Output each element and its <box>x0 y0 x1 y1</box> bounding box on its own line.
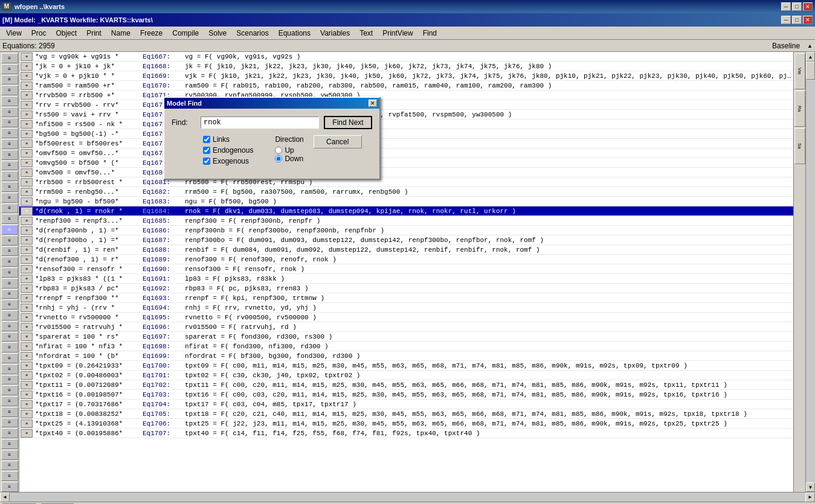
sidebar-icon-21[interactable]: ≡ <box>1 267 18 278</box>
model-restore-button[interactable]: □ <box>792 16 802 24</box>
model-find-dialog[interactable]: Model Find ✕ Find: Find Next Links <box>163 97 381 180</box>
table-row[interactable]: ≡*tpxt16 = (0.00198507*Eq1703:tpxt16 = F… <box>19 390 793 400</box>
menu-name[interactable]: Name <box>106 27 135 39</box>
table-row[interactable]: ≡*tpxt25 = (4.13910368*Eq1706:tpxt25 = F… <box>19 419 793 429</box>
table-row[interactable]: ≡*rvnetto = rv500000 *Eq1695:rvnetto = F… <box>19 313 793 322</box>
sidebar-icon-32[interactable]: ≡ <box>1 385 18 395</box>
scrollbar-track[interactable] <box>806 62 815 482</box>
menu-proc[interactable]: Proc <box>27 27 51 39</box>
table-row[interactable]: ≡*ram500 = ram500 +r*Eq1670:ram500 = F( … <box>19 81 793 91</box>
sidebar-icon-1[interactable]: ≡ <box>1 53 18 63</box>
sidebar-icon-31[interactable]: ≡ <box>1 375 18 385</box>
table-row[interactable]: ≡*omvg500 = bf500 * (*Eq1679:om... <box>19 158 793 168</box>
table-row[interactable]: ≡*rs500 = vavi + rrv *Eq1674:rs..., rv01… <box>19 110 793 120</box>
sidebar-icon-29[interactable]: ≡ <box>1 353 18 363</box>
table-row[interactable]: ≡*vg = vg90k + vg91s *Eq1667:vg = F( vg9… <box>19 52 793 62</box>
restore-button[interactable]: □ <box>792 2 802 11</box>
menu-object[interactable]: Object <box>51 27 82 39</box>
scrollbar-thumb[interactable] <box>806 62 815 80</box>
menu-print[interactable]: Print <box>82 27 106 39</box>
table-row[interactable]: ≡*tpxt11 = (0.00712089*Eq1702:tpxt11 = F… <box>19 380 793 390</box>
table-row[interactable]: ≡*omvf500 = omvf50...*Eq1678:om... <box>19 148 793 158</box>
close-button[interactable]: ✕ <box>803 2 813 11</box>
sidebar-icon-33[interactable]: ≡ <box>1 396 18 406</box>
sidebar-icon-3[interactable]: ≡ <box>1 75 18 85</box>
sidebar-icon-26[interactable]: ≡ <box>1 321 18 331</box>
sidebar-icon-41[interactable]: ≡ <box>1 482 18 492</box>
table-row[interactable]: ≡*jk = 0 + jk10 + jk*Eq1668:jk = F( jk10… <box>19 62 793 71</box>
right-sidebar-sa-btn[interactable]: Sa <box>794 128 805 164</box>
exogenous-checkbox[interactable] <box>203 158 210 165</box>
menu-find[interactable]: Find <box>418 27 442 39</box>
sidebar-icon-37[interactable]: ≡ <box>1 439 18 449</box>
sidebar-icon-8[interactable]: ≡ <box>1 128 18 138</box>
menu-text[interactable]: Text <box>355 27 378 39</box>
table-row[interactable]: ≡*rrenpf = renpf300 **Eq1693:rrenpf = F(… <box>19 293 793 303</box>
table-row[interactable]: ≡*rnhj = yhj - (rrv *Eq1694:rnhj = F( rr… <box>19 303 793 313</box>
right-sidebar-view-btn[interactable]: Vie <box>794 53 805 89</box>
table-row[interactable]: ≡*tpxt17 = (0.70317686*Eq1704:tpxt17 = F… <box>19 400 793 409</box>
hscroll-track[interactable] <box>10 493 805 502</box>
sidebar-icon-24[interactable]: ≡ <box>1 299 18 310</box>
sidebar-icon-13[interactable]: ≡ <box>1 182 18 192</box>
sidebar-icon-36[interactable]: ≡ <box>1 428 18 438</box>
sidebar-icon-34[interactable]: ≡ <box>1 407 18 417</box>
menu-printview[interactable]: PrintView <box>378 27 417 39</box>
table-row[interactable]: ≡*rrvb500 = rrb500 +*Eq1671:rv500300, rv… <box>19 91 793 100</box>
sidebar-icon-12[interactable]: ≡ <box>1 171 18 181</box>
table-row[interactable]: ≡*ngu = bg500 - bf500*Eq1683:ngu = F( bf… <box>19 197 793 206</box>
menu-freeze[interactable]: Freeze <box>135 27 167 39</box>
hscroll-right-button[interactable]: ► <box>805 493 815 502</box>
sidebar-icon-4[interactable]: ≡ <box>1 85 18 95</box>
sidebar-icon-18[interactable]: ≡ <box>1 235 18 246</box>
sidebar-icon-25[interactable]: ≡ <box>1 310 18 321</box>
cancel-button[interactable]: Cancel <box>314 135 362 148</box>
table-row[interactable]: ≡*rrv = rrvb500 - rrv*Eq1673:rrv <box>19 100 793 110</box>
sidebar-icon-30[interactable]: ≡ <box>1 364 18 374</box>
sidebar-icon-22[interactable]: ≡ <box>1 278 18 289</box>
sidebar-icon-14[interactable]: ≡ <box>1 193 18 203</box>
table-row[interactable]: ≡*bg500 = bg500(-1) -*Eq1676:bg... <box>19 129 793 139</box>
sidebar-icon-9[interactable]: ≡ <box>1 139 18 149</box>
sidebar-icon-15[interactable]: ≡ <box>1 203 18 214</box>
table-row[interactable]: ≡*tpxt40 = (0.00195886*Eq1707:tpxt40 = F… <box>19 429 793 438</box>
menu-view[interactable]: View <box>1 27 27 39</box>
down-radio[interactable] <box>275 155 282 162</box>
sidebar-icon-16[interactable]: ≡ <box>1 214 18 224</box>
menu-equations[interactable]: Equations <box>274 27 315 39</box>
table-row[interactable]: ≡*d(renpf300nb , 1) =*Eq1686:renpf300nb … <box>19 226 793 235</box>
sidebar-icon-23[interactable]: ≡ <box>1 289 18 299</box>
sidebar-icon-28[interactable]: ≡ <box>1 342 18 352</box>
scroll-down-button[interactable]: ▼ <box>806 482 815 492</box>
minimize-button[interactable]: ─ <box>781 2 791 11</box>
sidebar-icon-20[interactable]: ≡ <box>1 257 18 267</box>
menu-scenarios[interactable]: Scenarios <box>231 27 273 39</box>
sidebar-icon-40[interactable]: ≡ <box>1 471 18 481</box>
table-row[interactable]: ≡*bf500rest = bf500res*Eq1677:bf... <box>19 139 793 148</box>
menu-compile[interactable]: Compile <box>167 27 204 39</box>
sidebar-icon-17[interactable]: ≡ <box>1 225 18 235</box>
table-row[interactable]: ≡*nfordrat = 100 * (b*Eq1699:nfordrat = … <box>19 351 793 361</box>
sidebar-icon-7[interactable]: ≡ <box>1 118 18 128</box>
table-row[interactable]: ≡*d(renof300 , 1) = r*Eq1689:renof300 = … <box>19 255 793 264</box>
sidebar-icon-38[interactable]: ≡ <box>1 450 18 460</box>
table-row[interactable]: ≡*d(renbif , 1) = ren*Eq1688:renbif = F(… <box>19 245 793 255</box>
table-row[interactable]: ≡*rensof300 = rensofr *Eq1690:rensof300 … <box>19 264 793 274</box>
endogenous-checkbox[interactable] <box>203 147 210 154</box>
table-row[interactable]: ≡*d(renpf300bo , 1) =*Eq1687:renpf300bo … <box>19 235 793 245</box>
model-close-button[interactable]: ✕ <box>803 16 813 24</box>
table-row[interactable]: ≡*tpxt09 = (0.26421933*Eq1700:tpxt09 = F… <box>19 361 793 371</box>
right-sidebar-ra-btn[interactable]: Ra <box>794 91 805 127</box>
sidebar-icon-11[interactable]: ≡ <box>1 161 18 171</box>
table-row[interactable]: ≡*renpf300 = renpf3...*Eq1685:renpf300 =… <box>19 216 793 226</box>
sidebar-icon-6[interactable]: ≡ <box>1 107 18 117</box>
sidebar-icon-5[interactable]: ≡ <box>1 96 18 106</box>
table-row[interactable]: ≡*nfirat = 100 * nfi3 *Eq1698:nfirat = F… <box>19 342 793 351</box>
scroll-up-button[interactable]: ▲ <box>806 52 815 62</box>
table-row[interactable]: ≡*vjk = 0 + pjk10 * *Eq1669:vjk = F( jk1… <box>19 71 793 81</box>
sidebar-icon-19[interactable]: ≡ <box>1 246 18 257</box>
table-row[interactable]: ≡*nfi500 = rs500 - nk *Eq1675:nfi <box>19 120 793 129</box>
find-next-button[interactable]: Find Next <box>324 116 372 129</box>
find-input[interactable] <box>201 116 319 129</box>
table-row[interactable]: ≡*rrm500 = renbg50...*Eq1682:rrm500 = F(… <box>19 187 793 197</box>
